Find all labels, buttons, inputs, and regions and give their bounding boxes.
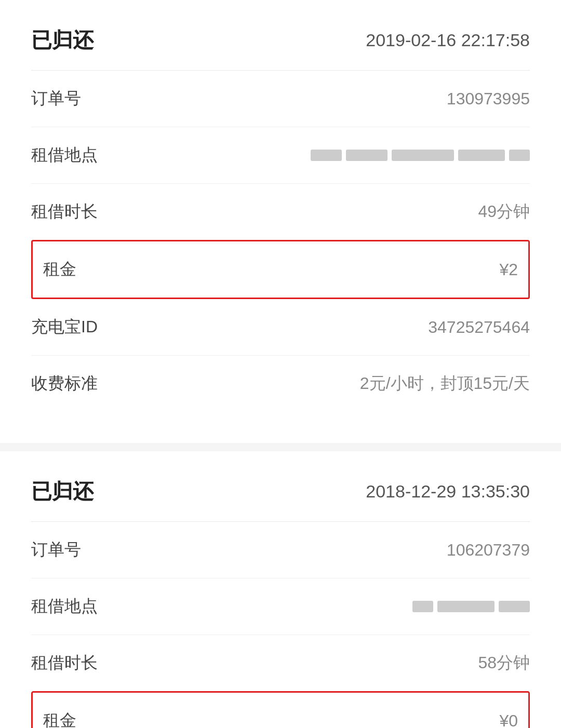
- fee-value-2: ¥0: [499, 711, 518, 729]
- duration-value-2: 58分钟: [478, 652, 530, 675]
- blur-block-2: [346, 150, 388, 161]
- order-2-row-location: 租借地点: [31, 578, 530, 635]
- order-no-value-2: 106207379: [447, 541, 530, 560]
- order-1-row-duration: 租借时长 49分钟: [31, 184, 530, 240]
- order-no-value-1: 130973995: [447, 89, 530, 109]
- order-2-row-duration: 租借时长 58分钟: [31, 635, 530, 691]
- order-1-row-pricing: 收费标准 2元/小时，封顶15元/天: [31, 356, 530, 412]
- order-2-header: 已归还 2018-12-29 13:35:30: [0, 451, 561, 521]
- order-1-rows: 订单号 130973995 租借地点 租借时长 49分钟: [0, 71, 561, 240]
- order-no-label-1: 订单号: [31, 87, 81, 110]
- order-1-rows-after-fee: 充电宝ID 34725275464 收费标准 2元/小时，封顶15元/天: [0, 299, 561, 412]
- device-id-value-1: 34725275464: [428, 318, 530, 337]
- location-label-1: 租借地点: [31, 144, 98, 167]
- order-1-row-location: 租借地点: [31, 127, 530, 184]
- order-1-status: 已归还: [31, 26, 94, 55]
- order-2-datetime: 2018-12-29 13:35:30: [366, 481, 530, 502]
- order-1-datetime: 2019-02-16 22:17:58: [366, 30, 530, 50]
- section-divider: [0, 443, 561, 451]
- blur-block-7: [437, 601, 495, 612]
- order-no-label-2: 订单号: [31, 538, 81, 561]
- pricing-label-1: 收费标准: [31, 372, 98, 395]
- fee-label-2: 租金: [43, 709, 76, 728]
- order-1-row-order-no: 订单号 130973995: [31, 71, 530, 127]
- fee-wrapper-1: 租金 ¥2: [31, 240, 530, 299]
- blur-block-3: [392, 150, 454, 161]
- blur-block-1: [311, 150, 342, 161]
- blur-block-8: [499, 601, 530, 612]
- blur-block-4: [458, 150, 505, 161]
- fee-value-1: ¥2: [499, 260, 518, 279]
- fee-wrapper-2: 租金 ¥0: [31, 691, 530, 728]
- order-card-2: 已归还 2018-12-29 13:35:30 订单号 106207379 租借…: [0, 451, 561, 728]
- duration-label-1: 租借时长: [31, 200, 98, 223]
- device-id-label-1: 充电宝ID: [31, 316, 98, 339]
- order-2-row-fee: 租金 ¥0: [31, 691, 530, 728]
- order-2-rows: 订单号 106207379 租借地点 租借时长 58分钟: [0, 522, 561, 691]
- pricing-value-1: 2元/小时，封顶15元/天: [360, 372, 530, 395]
- order-2-row-order-no: 订单号 106207379: [31, 522, 530, 578]
- location-value-1: [311, 150, 530, 161]
- duration-value-1: 49分钟: [478, 200, 530, 223]
- order-card-1: 已归还 2019-02-16 22:17:58 订单号 130973995 租借…: [0, 0, 561, 433]
- blur-block-5: [509, 150, 530, 161]
- fee-label-1: 租金: [43, 258, 76, 281]
- order-1-row-device-id: 充电宝ID 34725275464: [31, 299, 530, 356]
- blur-block-6: [412, 601, 433, 612]
- order-2-status: 已归还: [31, 477, 94, 506]
- order-1-row-fee: 租金 ¥2: [31, 240, 530, 299]
- duration-label-2: 租借时长: [31, 652, 98, 675]
- location-label-2: 租借地点: [31, 595, 98, 618]
- location-value-2: [412, 601, 530, 612]
- order-1-header: 已归还 2019-02-16 22:17:58: [0, 0, 561, 70]
